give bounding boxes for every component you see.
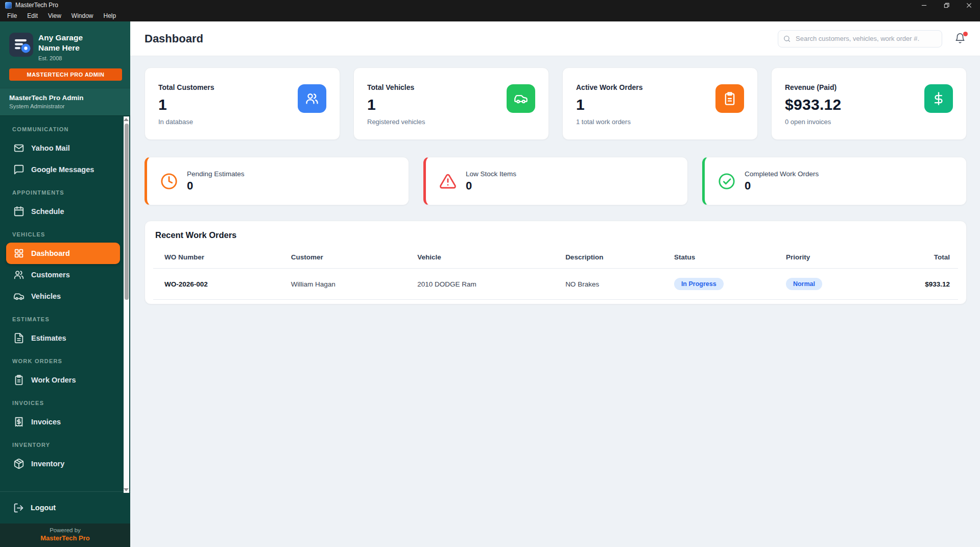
- alert-value: 0: [466, 179, 516, 193]
- alert-card-completed-work-orders: Completed Work Orders 0: [702, 157, 967, 205]
- profile-name: MasterTech Pro Admin: [9, 94, 121, 102]
- sidebar-item-invoices[interactable]: Invoices: [6, 411, 120, 433]
- section-work-orders: WORK ORDERS: [12, 358, 120, 364]
- cell-customer: William Hagan: [283, 269, 409, 300]
- stat-card-revenue: Revenue (Paid) $933.12 0 open invoices: [771, 67, 967, 140]
- sidebar-nav: COMMUNICATION Yahoo Mail Google Messages…: [0, 115, 130, 491]
- section-invoices: INVOICES: [12, 400, 120, 406]
- alert-label: Low Stock Items: [466, 170, 516, 178]
- user-profile: MasterTech Pro Admin System Administrato…: [0, 88, 130, 115]
- mail-icon: [13, 142, 25, 154]
- close-icon: [966, 3, 972, 8]
- titlebar: MasterTech Pro: [0, 0, 980, 10]
- priority-badge: Normal: [786, 278, 822, 290]
- receipt-icon: [13, 416, 25, 427]
- dashboard-grid-icon: [13, 248, 25, 259]
- alert-value: 0: [187, 179, 245, 193]
- minimize-icon: [921, 3, 927, 8]
- sidebar-item-estimates[interactable]: Estimates: [6, 327, 120, 349]
- alert-card-pending-estimates: Pending Estimates 0: [145, 157, 409, 205]
- admin-badge: MASTERTECH PRO ADMIN: [9, 68, 122, 81]
- garage-established: Est. 2008: [38, 55, 105, 61]
- stat-subtext: 0 open invoices: [785, 118, 842, 126]
- stat-subtext: In database: [158, 118, 214, 126]
- search-input[interactable]: [778, 30, 942, 47]
- scroll-up-arrow-icon[interactable]: [124, 118, 129, 121]
- sidebar-item-work-orders[interactable]: Work Orders: [6, 369, 120, 391]
- sidebar-item-label: Schedule: [31, 207, 64, 216]
- section-communication: COMMUNICATION: [12, 126, 120, 132]
- maximize-icon: [944, 3, 949, 8]
- garage-logo-icon: [9, 33, 33, 57]
- close-button[interactable]: [958, 0, 980, 10]
- check-circle-icon: [718, 173, 735, 190]
- window-title: MasterTech Pro: [15, 2, 58, 9]
- dollar-icon: [931, 91, 946, 106]
- col-vehicle: Vehicle: [409, 248, 557, 269]
- menu-help[interactable]: Help: [99, 11, 122, 20]
- logout-icon: [13, 503, 24, 513]
- maximize-button[interactable]: [935, 0, 958, 10]
- sidebar-item-label: Work Orders: [31, 376, 76, 384]
- stat-card-active-work-orders: Active Work Orders 1 1 total work orders: [562, 67, 758, 140]
- search-box: [778, 30, 942, 47]
- alert-label: Pending Estimates: [187, 170, 245, 178]
- section-estimates: ESTIMATES: [12, 316, 120, 322]
- notification-dot: [963, 32, 968, 36]
- users-icon: [13, 269, 25, 280]
- sidebar-item-yahoo-mail[interactable]: Yahoo Mail: [6, 137, 120, 159]
- sidebar-header: Any Garage Name Here Est. 2008 MASTERTEC…: [0, 21, 130, 88]
- sidebar-item-label: Inventory: [31, 460, 64, 468]
- sidebar-item-inventory[interactable]: Inventory: [6, 453, 120, 474]
- alert-label: Completed Work Orders: [745, 170, 819, 178]
- alert-value: 0: [745, 179, 819, 193]
- alert-triangle-icon: [439, 173, 457, 190]
- stat-subtext: 1 total work orders: [576, 118, 642, 126]
- table-title: Recent Work Orders: [155, 230, 958, 240]
- dashboard-content: Total Customers 1 In database Total Vehi…: [130, 56, 980, 547]
- brand-name: MasterTech Pro: [0, 534, 130, 542]
- main-area: Dashboard Total Customers 1: [130, 21, 980, 547]
- logout-button[interactable]: Logout: [0, 491, 130, 524]
- col-total: Total: [867, 248, 958, 269]
- menu-view[interactable]: View: [43, 11, 66, 20]
- page-title: Dashboard: [145, 32, 203, 45]
- col-customer: Customer: [283, 248, 409, 269]
- sidebar-item-dashboard[interactable]: Dashboard: [6, 243, 120, 264]
- stat-label: Active Work Orders: [576, 83, 642, 91]
- cell-wo-number: WO-2026-002: [153, 269, 283, 300]
- car-icon: [514, 91, 528, 106]
- sidebar-item-customers[interactable]: Customers: [6, 264, 120, 286]
- cell-description: NO Brakes: [557, 269, 666, 300]
- stat-label: Total Customers: [158, 83, 214, 91]
- sidebar-item-label: Google Messages: [31, 165, 94, 174]
- sidebar-item-label: Yahoo Mail: [31, 144, 70, 152]
- minimize-button[interactable]: [913, 0, 935, 10]
- calendar-icon: [13, 206, 25, 217]
- scroll-down-arrow-icon[interactable]: [124, 488, 129, 491]
- users-icon: [305, 91, 319, 106]
- search-icon: [783, 35, 791, 43]
- menu-edit[interactable]: Edit: [22, 11, 43, 20]
- stat-card-total-vehicles: Total Vehicles 1 Registered vehicles: [353, 67, 549, 140]
- scrollbar-thumb[interactable]: [125, 124, 129, 300]
- powered-by-text: Powered by: [0, 527, 130, 533]
- main-header: Dashboard: [130, 21, 980, 56]
- file-text-icon: [13, 332, 25, 344]
- sidebar-scrollbar[interactable]: [124, 116, 129, 493]
- cell-vehicle: 2010 DODGE Ram: [409, 269, 557, 300]
- stat-value: 1: [576, 96, 642, 113]
- menu-file[interactable]: File: [2, 11, 22, 20]
- sidebar-item-vehicles[interactable]: Vehicles: [6, 286, 120, 307]
- sidebar-item-label: Customers: [31, 271, 70, 279]
- garage-name: Any Garage Name Here: [38, 33, 105, 53]
- stat-label: Total Vehicles: [367, 83, 425, 91]
- sidebar-item-google-messages[interactable]: Google Messages: [6, 159, 120, 180]
- alerts-row: Pending Estimates 0 Low Stock Items 0 Co…: [145, 157, 967, 205]
- sidebar-item-schedule[interactable]: Schedule: [6, 201, 120, 222]
- menu-window[interactable]: Window: [66, 11, 99, 20]
- clipboard-icon: [723, 91, 737, 106]
- table-row[interactable]: WO-2026-002 William Hagan 2010 DODGE Ram…: [153, 269, 958, 300]
- notifications-button[interactable]: [954, 33, 967, 45]
- col-status: Status: [666, 248, 778, 269]
